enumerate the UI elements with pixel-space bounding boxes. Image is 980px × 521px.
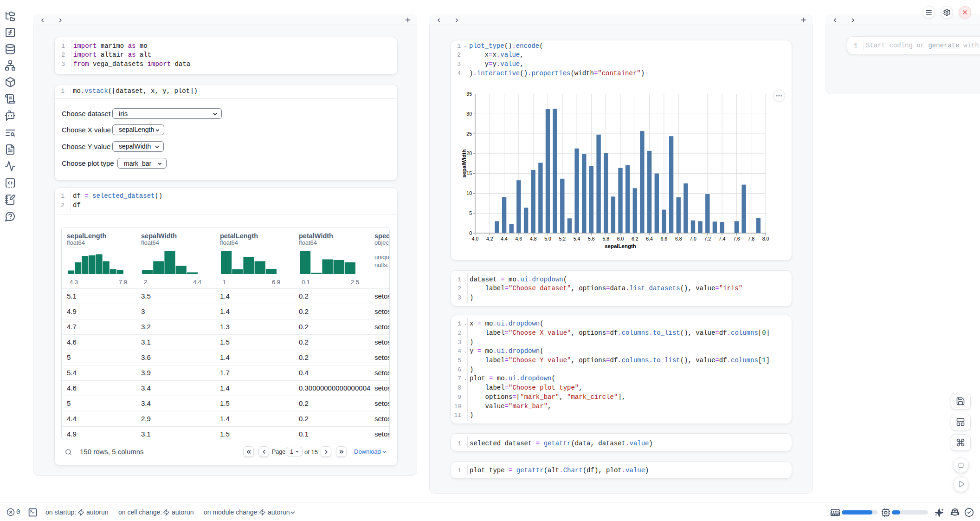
svg-text:7.8: 7.8 xyxy=(748,236,754,241)
svg-text:0: 0 xyxy=(469,230,472,236)
svg-text:4.4: 4.4 xyxy=(501,236,508,241)
svg-text:30: 30 xyxy=(466,111,472,117)
svg-text:6.2: 6.2 xyxy=(632,236,638,241)
svg-text:sepalWidth: sepalWidth xyxy=(461,150,467,178)
svg-text:6.4: 6.4 xyxy=(646,236,653,241)
svg-text:7.2: 7.2 xyxy=(704,236,711,241)
svg-text:4.2: 4.2 xyxy=(486,236,493,241)
svg-text:4.8: 4.8 xyxy=(530,236,537,241)
svg-text:4.6: 4.6 xyxy=(516,236,522,241)
svg-text:5.8: 5.8 xyxy=(602,236,609,241)
svg-text:10: 10 xyxy=(466,190,472,196)
svg-text:5.6: 5.6 xyxy=(588,236,595,241)
svg-text:7.6: 7.6 xyxy=(733,236,740,241)
svg-text:7.0: 7.0 xyxy=(690,236,696,241)
svg-text:6.0: 6.0 xyxy=(617,236,624,241)
svg-text:5.2: 5.2 xyxy=(559,236,566,241)
svg-text:4.0: 4.0 xyxy=(472,236,479,241)
svg-text:5: 5 xyxy=(469,210,472,216)
svg-text:25: 25 xyxy=(466,131,472,137)
svg-text:6.8: 6.8 xyxy=(675,236,682,241)
svg-text:sepalLength: sepalLength xyxy=(605,243,636,249)
svg-text:15: 15 xyxy=(466,170,472,176)
svg-text:6.6: 6.6 xyxy=(661,236,668,241)
svg-text:7.4: 7.4 xyxy=(719,236,726,241)
svg-text:5.4: 5.4 xyxy=(574,236,580,241)
svg-text:20: 20 xyxy=(466,150,472,156)
svg-text:35: 35 xyxy=(466,91,472,97)
svg-text:5.0: 5.0 xyxy=(544,236,551,241)
svg-text:8.0: 8.0 xyxy=(762,236,769,241)
